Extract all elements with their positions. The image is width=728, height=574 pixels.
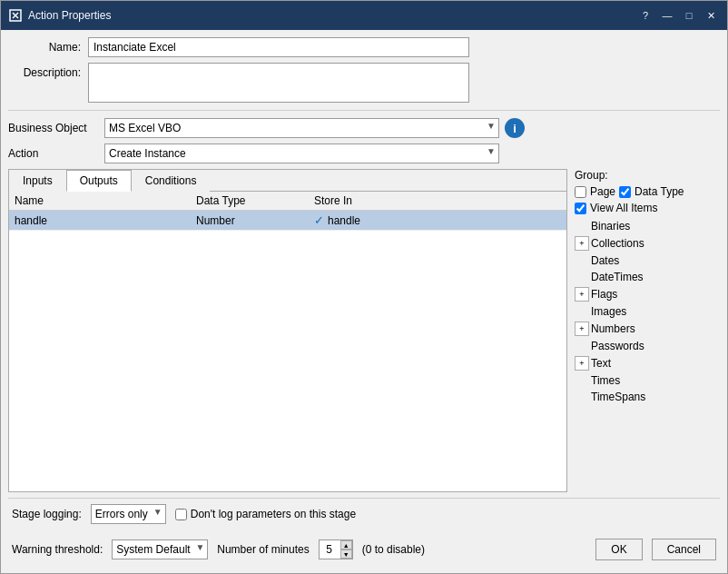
col-storein: Store In [314, 194, 561, 207]
right-panel: Group: Page Data Type View All Items [575, 169, 720, 492]
tree-item-dates[interactable]: Dates [575, 252, 720, 269]
zero-to-disable-label: (0 to disable) [362, 543, 425, 556]
tree-area: Binaries + Collections Dates DateTimes [575, 218, 720, 492]
tab-inputs[interactable]: Inputs [9, 170, 66, 192]
main-content: Name: Description: Business Object MS Ex… [1, 30, 727, 573]
middle-section: Inputs Outputs Conditions Name Data Type… [8, 169, 720, 492]
cell-storein: ✓ handle [314, 213, 561, 227]
tree-item-numbers[interactable]: + Numbers [575, 320, 720, 338]
description-input[interactable] [88, 63, 469, 103]
tree-item-passwords[interactable]: Passwords [575, 338, 720, 354]
cell-datatype: Number [196, 213, 314, 227]
business-object-row: Business Object MS Excel VBO i [8, 118, 720, 138]
business-object-select-wrapper: MS Excel VBO [104, 118, 499, 138]
close-button[interactable]: ✕ [702, 6, 720, 25]
tree-label-text: Text [591, 357, 611, 370]
action-select-wrapper: Create Instance [104, 144, 499, 163]
description-row: Description: [8, 63, 720, 103]
tree-label-times: Times [591, 374, 620, 387]
tree-item-times[interactable]: Times [575, 372, 720, 389]
tree-label-binaries: Binaries [591, 220, 630, 233]
tree-label-collections: Collections [591, 237, 644, 250]
stage-logging-select[interactable]: Errors only All None [91, 504, 166, 524]
data-type-label: Data Type [635, 185, 684, 198]
data-type-checkbox[interactable] [619, 186, 631, 198]
business-object-label: Business Object [8, 122, 99, 134]
stage-logging-select-wrapper: Errors only All None [91, 504, 166, 524]
tab-outputs[interactable]: Outputs [66, 170, 132, 192]
view-all-checkbox[interactable] [575, 203, 586, 214]
right-panel-top: Group: Page Data Type View All Items [575, 169, 720, 214]
col-datatype: Data Type [196, 194, 314, 207]
bottom-bar-row1: Stage logging: Errors only All None Don'… [8, 498, 720, 529]
checkmark-icon: ✓ [314, 213, 324, 227]
tree-label-dates: Dates [591, 254, 619, 267]
dont-log-label: Don't log parameters on this stage [191, 508, 356, 520]
expand-numbers[interactable]: + [575, 322, 589, 336]
warning-threshold-label: Warning threshold: [12, 543, 103, 556]
name-row: Name: [8, 37, 720, 57]
action-select[interactable]: Create Instance [104, 144, 499, 163]
tree-item-binaries[interactable]: Binaries [575, 218, 720, 234]
tab-conditions[interactable]: Conditions [132, 170, 211, 192]
table-body: handle Number ✓ handle [9, 211, 566, 491]
separator1 [8, 110, 720, 111]
window-title: Action Properties [28, 9, 636, 22]
help-button[interactable]: ? [636, 6, 654, 25]
tree-label-timespans: TimeSpans [591, 391, 645, 403]
expand-text[interactable]: + [575, 356, 589, 371]
dont-log-row: Don't log parameters on this stage [175, 508, 356, 520]
tree-item-collections[interactable]: + Collections [575, 234, 720, 252]
col-name: Name [15, 194, 196, 207]
window: Action Properties ? — □ ✕ Name: Descript… [0, 0, 728, 574]
tree-label-datetimes: DateTimes [591, 271, 644, 283]
page-checkbox[interactable] [575, 186, 586, 198]
dont-log-checkbox[interactable] [175, 509, 187, 520]
action-row: Action Create Instance [8, 144, 720, 163]
tree-label-images: Images [591, 305, 626, 318]
cell-name: handle [15, 213, 196, 227]
tree-item-text[interactable]: + Text [575, 354, 720, 372]
stage-logging-label: Stage logging: [12, 508, 82, 520]
minimize-button[interactable]: — [658, 6, 676, 25]
page-checkbox-row: Page Data Type [575, 185, 720, 198]
window-controls: ? — □ ✕ [636, 6, 720, 25]
expand-collections[interactable]: + [575, 236, 589, 251]
ok-button[interactable]: OK [595, 539, 642, 560]
name-label: Name: [8, 41, 81, 54]
left-panel: Inputs Outputs Conditions Name Data Type… [8, 169, 567, 492]
bottom-bar-row2: Warning threshold: System Default Custom… [8, 535, 720, 566]
maximize-button[interactable]: □ [680, 6, 698, 25]
tree-item-timespans[interactable]: TimeSpans [575, 389, 720, 405]
warning-threshold-select[interactable]: System Default Custom [112, 539, 208, 559]
spin-down[interactable]: ▼ [340, 549, 352, 559]
app-icon [8, 8, 23, 23]
tree-item-images[interactable]: Images [575, 303, 720, 320]
spin-up[interactable]: ▲ [340, 540, 352, 549]
action-label: Action [8, 147, 99, 160]
table-row[interactable]: handle Number ✓ handle [9, 211, 566, 231]
expand-flags[interactable]: + [575, 287, 589, 302]
group-label: Group: [575, 169, 720, 182]
minutes-label: Number of minutes [217, 543, 309, 556]
table-header: Name Data Type Store In [9, 192, 566, 211]
view-all-label: View All Items [590, 202, 657, 214]
description-label: Description: [8, 66, 81, 79]
warning-threshold-select-wrapper: System Default Custom [112, 539, 208, 559]
tabs: Inputs Outputs Conditions [9, 170, 566, 192]
spin-buttons: ▲ ▼ [340, 540, 352, 559]
cancel-button[interactable]: Cancel [652, 539, 716, 560]
tree-label-passwords: Passwords [591, 340, 644, 352]
minutes-spinner: ▲ ▼ [319, 539, 353, 559]
view-all-row: View All Items [575, 202, 720, 214]
name-input[interactable] [88, 37, 469, 57]
tree-label-flags: Flags [591, 288, 617, 301]
title-bar: Action Properties ? — □ ✕ [1, 1, 727, 30]
tree-item-flags[interactable]: + Flags [575, 285, 720, 303]
tree-label-numbers: Numbers [591, 322, 635, 335]
page-label: Page [590, 185, 615, 198]
business-object-select[interactable]: MS Excel VBO [104, 118, 499, 138]
tree-item-datetimes[interactable]: DateTimes [575, 269, 720, 285]
info-button[interactable]: i [505, 118, 525, 138]
